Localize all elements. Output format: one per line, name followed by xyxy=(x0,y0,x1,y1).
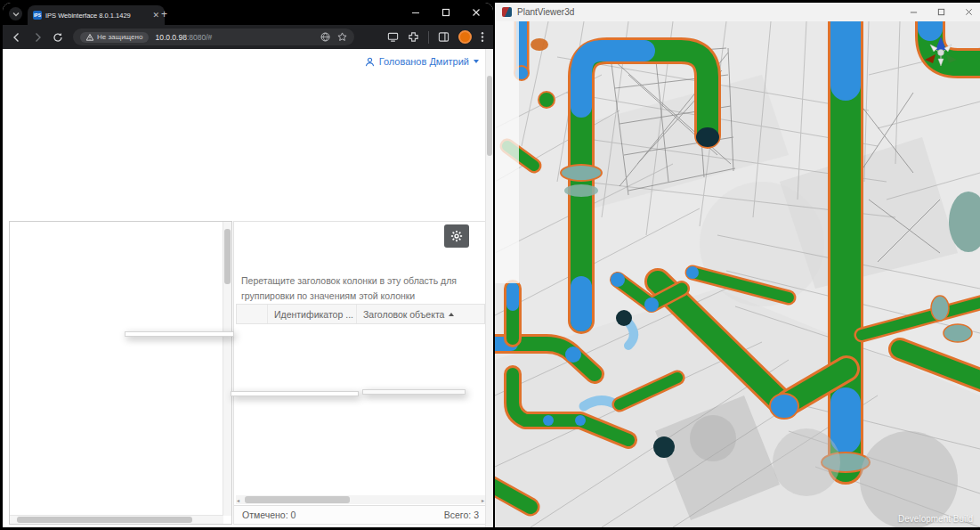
object-tree-panel xyxy=(9,221,232,525)
tab-close-icon[interactable]: ✕ xyxy=(152,12,159,20)
security-badge[interactable]: Не защищено xyxy=(80,32,149,43)
grid-horizontal-scrollbar[interactable]: ◂ ▸ xyxy=(236,495,485,504)
minimize-icon[interactable] xyxy=(411,8,420,17)
url-field[interactable]: Не защищено 10.0.0.98:8080/# xyxy=(73,29,354,45)
bookmark-star-icon[interactable] xyxy=(337,32,347,42)
chevron-down-icon xyxy=(12,11,20,18)
url-text: 10.0.0.98:8080/# xyxy=(155,33,212,42)
development-build-watermark: Development Build xyxy=(898,514,973,524)
checked-count: Отмечено: 0 xyxy=(242,510,296,520)
user-menu[interactable]: Голованов Дмитрий xyxy=(365,56,479,67)
viewer-close-icon[interactable] xyxy=(965,8,973,16)
plantviewer3d-submenu xyxy=(362,389,466,395)
address-bar: Не защищено 10.0.0.98:8080/# xyxy=(3,25,493,49)
viewer-title: PlantViewer3d xyxy=(517,7,574,17)
browser-window: IPS IPS Webinterface 8.0.1.1429 ✕ + Не з… xyxy=(3,3,493,527)
split-screen-icon[interactable] xyxy=(438,31,450,43)
profile-avatar[interactable] xyxy=(458,30,472,44)
site-favicon: IPS xyxy=(33,11,42,20)
tab-search-button[interactable] xyxy=(9,7,22,20)
axis-y-cone xyxy=(946,54,957,63)
warning-icon xyxy=(86,34,93,41)
scene-3d xyxy=(495,21,980,527)
scroll-right-icon[interactable]: ▸ xyxy=(482,497,484,503)
grid-header-icon-col xyxy=(237,305,267,323)
viewer-titlebar: PlantViewer3d xyxy=(495,3,980,22)
plantviewer-window: PlantViewer3d xyxy=(495,3,980,527)
url-path: :8080/# xyxy=(187,33,212,42)
gear-icon xyxy=(450,230,463,242)
viewer-toolbar xyxy=(495,21,519,283)
viewer-3d-viewport[interactable]: Development Build xyxy=(495,21,980,527)
viewer-minimize-icon[interactable] xyxy=(910,8,918,16)
grid-header-title[interactable]: Заголовок объекта xyxy=(356,305,484,323)
browser-tab[interactable]: IPS IPS Webinterface 8.0.1.1429 ✕ xyxy=(28,5,165,25)
forward-icon[interactable] xyxy=(32,32,43,43)
grid-settings-button[interactable] xyxy=(444,224,469,248)
back-icon[interactable] xyxy=(12,32,22,43)
axis-x-cone xyxy=(925,54,935,63)
grid-table: Идентификатор ... Заголовок объекта xyxy=(236,304,485,324)
save-monitor-icon[interactable] xyxy=(387,31,399,43)
browser-tab-title: IPS Webinterface 8.0.1.1429 xyxy=(45,12,131,20)
reload-icon[interactable] xyxy=(53,32,63,43)
viewer-window-controls xyxy=(910,8,973,16)
sort-asc-icon xyxy=(449,313,454,316)
url-host: 10.0.0.98 xyxy=(155,33,186,42)
grid-status-bar: Отмечено: 0 Всего: 3 xyxy=(234,505,487,524)
security-badge-label: Не защищено xyxy=(97,33,142,41)
screen: { "browser": { "tab_title": "IPS Webinte… xyxy=(0,0,980,530)
window-controls xyxy=(411,8,481,17)
user-name: Голованов Дмитрий xyxy=(379,56,469,67)
tree-vertical-scrollbar[interactable] xyxy=(223,222,231,516)
orientation-gizmo[interactable] xyxy=(921,34,960,73)
integrators-submenu xyxy=(231,391,359,396)
close-icon[interactable] xyxy=(472,8,481,17)
grid-header-id[interactable]: Идентификатор ... xyxy=(267,305,356,323)
person-icon xyxy=(365,57,375,67)
extensions-icon[interactable] xyxy=(408,31,419,43)
tree-context-menu xyxy=(125,331,234,337)
translate-icon[interactable] xyxy=(320,32,330,42)
grid-header: Идентификатор ... Заголовок объекта xyxy=(236,304,485,324)
group-by-hint: Перетащите заголовок колонки в эту облас… xyxy=(241,273,478,305)
app-page: Голованов Дмитрий Перетащите заголовок к… xyxy=(3,49,493,527)
page-vertical-scrollbar[interactable] xyxy=(485,49,493,527)
plantviewer-logo-icon xyxy=(502,7,512,17)
maximize-icon[interactable] xyxy=(441,8,450,17)
tree-horizontal-scrollbar[interactable] xyxy=(10,515,223,524)
caret-down-icon xyxy=(474,60,479,63)
kebab-menu-icon[interactable] xyxy=(481,31,484,43)
viewer-maximize-icon[interactable] xyxy=(937,8,945,16)
new-tab-button[interactable]: + xyxy=(161,9,167,20)
total-count: Всего: 3 xyxy=(444,510,479,520)
composition-grid-panel: Перетащите заголовок колонки в эту облас… xyxy=(233,221,488,525)
divider xyxy=(428,31,429,44)
scroll-left-icon[interactable]: ◂ xyxy=(237,497,239,503)
browser-tab-strip: IPS IPS Webinterface 8.0.1.1429 ✕ + xyxy=(3,3,493,25)
